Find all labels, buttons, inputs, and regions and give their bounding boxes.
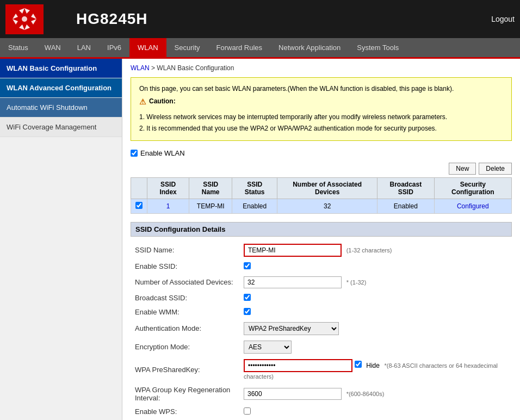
ssid-name-row: SSID Name: (1-32 characters)	[131, 241, 512, 260]
associated-devices-hint: * (1-32)	[346, 279, 367, 286]
svg-marker-7	[31, 19, 36, 24]
enable-wps-row: Enable WPS:	[131, 405, 512, 419]
svg-marker-4	[13, 14, 18, 19]
col-ssid-name: SSID Name	[189, 177, 232, 199]
info-main-text: On this page, you can set basic WLAN par…	[139, 85, 454, 92]
new-button[interactable]: New	[449, 163, 476, 175]
sidebar-item-auto-shutdown[interactable]: Automatic WiFi Shutdown	[0, 98, 122, 118]
breadcrumb: WLAN > WLAN Basic Configuration	[131, 64, 512, 72]
enc-mode-label: Encryption Mode:	[131, 338, 239, 356]
nav-forward-rules[interactable]: Forward Rules	[208, 38, 271, 57]
caution-label: Caution:	[149, 96, 176, 108]
enable-wmm-row: Enable WMM:	[131, 305, 512, 319]
nav-status[interactable]: Status	[0, 38, 36, 57]
enc-mode-select[interactable]: AES TKIP TKIP+AES	[244, 341, 292, 354]
enable-wlan-row: Enable WLAN	[131, 149, 512, 157]
nav-network-application[interactable]: Network Application	[270, 38, 349, 57]
auth-mode-row: Authentication Mode: WPA2 PreSharedKey W…	[131, 319, 512, 338]
breadcrumb-wlan[interactable]: WLAN	[131, 64, 150, 72]
wpa-regen-row: WPA Group Key Regeneration Interval: *(6…	[131, 383, 512, 405]
wpa-key-row: WPA PreSharedKey: Hide *(8-63 ASCII char…	[131, 356, 512, 383]
enable-ssid-label: Enable SSID:	[131, 260, 239, 274]
table-row[interactable]: 1 TEMP-MI Enabled 32 Enabled Configured	[131, 199, 512, 213]
cell-broadcast-ssid: Enabled	[377, 199, 435, 213]
svg-marker-2	[24, 24, 30, 30]
cell-ssid-name: TEMP-MI	[189, 199, 232, 213]
header: HG8245H Logout	[0, 0, 520, 38]
wpa-key-input[interactable]	[244, 359, 352, 372]
associated-devices-input[interactable]	[244, 276, 342, 288]
nav-lan[interactable]: LAN	[69, 38, 99, 57]
sidebar-item-wlan-advanced[interactable]: WLAN Advanced Configuration	[0, 78, 122, 98]
main-layout: WLAN Basic Configuration WLAN Advanced C…	[0, 59, 520, 420]
warning-icon: ⚠	[139, 95, 146, 109]
broadcast-ssid-checkbox[interactable]	[244, 294, 251, 301]
nav-security[interactable]: Security	[166, 38, 208, 57]
config-form: SSID Name: (1-32 characters) Enable SSID…	[131, 241, 512, 420]
sidebar-item-wifi-coverage[interactable]: WiFi Coverage Management	[0, 118, 122, 137]
ssid-table: SSID Index SSID Name SSID Status Number …	[131, 177, 512, 214]
nav-system-tools[interactable]: System Tools	[349, 38, 407, 57]
auth-mode-select[interactable]: WPA2 PreSharedKey WPA PreSharedKey WPA/W…	[244, 322, 339, 335]
breadcrumb-current: WLAN Basic Configuration	[157, 64, 234, 72]
main-nav: Status WAN LAN IPv6 WLAN Security Forwar…	[0, 38, 520, 57]
cell-index[interactable]: 1	[147, 199, 189, 213]
col-checkbox	[131, 177, 147, 199]
sidebar-item-wlan-basic[interactable]: WLAN Basic Configuration	[0, 59, 122, 78]
associated-devices-label: Number of Associated Devices:	[131, 274, 239, 291]
svg-marker-6	[31, 14, 36, 19]
enable-wmm-label: Enable WMM:	[131, 305, 239, 319]
svg-marker-0	[24, 8, 30, 14]
ssid-name-input[interactable]	[244, 244, 342, 257]
col-ssid-index: SSID Index	[147, 177, 189, 199]
nav-ipv6[interactable]: IPv6	[99, 38, 129, 57]
col-associated-devices: Number of Associated Devices	[277, 177, 377, 199]
huawei-logo	[5, 4, 44, 34]
svg-marker-3	[19, 24, 24, 30]
nav-wlan[interactable]: WLAN	[129, 38, 166, 57]
associated-devices-row: Number of Associated Devices: * (1-32)	[131, 274, 512, 291]
content-area: WLAN > WLAN Basic Configuration On this …	[122, 59, 520, 420]
col-ssid-status: SSID Status	[232, 177, 277, 199]
row-checkbox[interactable]	[135, 202, 143, 209]
wpa-key-label: WPA PreSharedKey:	[131, 356, 239, 383]
info-note-1: 1. Wireless network services may be inte…	[139, 112, 503, 123]
enable-wps-label: Enable WPS:	[131, 405, 239, 419]
logout-button[interactable]: Logout	[491, 15, 515, 23]
cell-security-config[interactable]: Configured	[434, 199, 511, 213]
auth-mode-label: Authentication Mode:	[131, 319, 239, 338]
delete-button[interactable]: Delete	[479, 163, 512, 175]
broadcast-ssid-label: Broadcast SSID:	[131, 291, 239, 305]
hide-label: Hide	[366, 362, 380, 369]
enable-ssid-row: Enable SSID:	[131, 260, 512, 274]
svg-marker-5	[13, 19, 18, 24]
svg-marker-1	[19, 8, 24, 14]
enable-wlan-checkbox[interactable]	[131, 150, 138, 157]
wpa-regen-input[interactable]	[244, 388, 342, 400]
col-security-config: Security Configuration	[434, 177, 511, 199]
cell-ssid-status: Enabled	[232, 199, 277, 213]
wpa-regen-label: WPA Group Key Regeneration Interval:	[131, 383, 239, 405]
svg-point-8	[22, 16, 27, 22]
enable-wlan-label: Enable WLAN	[140, 149, 185, 157]
logo-area	[5, 4, 76, 34]
enable-wps-checkbox[interactable]	[244, 407, 251, 415]
enable-ssid-checkbox[interactable]	[244, 262, 251, 269]
wpa-regen-hint: *(600-86400s)	[346, 391, 385, 397]
config-section-title: SSID Configuration Details	[131, 222, 512, 237]
page-title: HG8245H	[76, 10, 491, 28]
cell-associated-devices: 32	[277, 199, 377, 213]
ssid-name-hint: (1-32 characters)	[346, 247, 392, 254]
nav-wan[interactable]: WAN	[36, 38, 69, 57]
enc-mode-row: Encryption Mode: AES TKIP TKIP+AES	[131, 338, 512, 356]
broadcast-ssid-row: Broadcast SSID:	[131, 291, 512, 305]
enable-wmm-checkbox[interactable]	[244, 308, 251, 315]
col-broadcast-ssid: Broadcast SSID	[377, 177, 435, 199]
hide-checkbox[interactable]	[355, 361, 362, 368]
table-toolbar: New Delete	[131, 163, 512, 175]
info-box: On this page, you can set basic WLAN par…	[131, 77, 512, 141]
sidebar: WLAN Basic Configuration WLAN Advanced C…	[0, 59, 122, 420]
info-note-2: 2. It is recommended that you use the WP…	[139, 123, 503, 135]
ssid-name-label: SSID Name:	[131, 241, 239, 260]
